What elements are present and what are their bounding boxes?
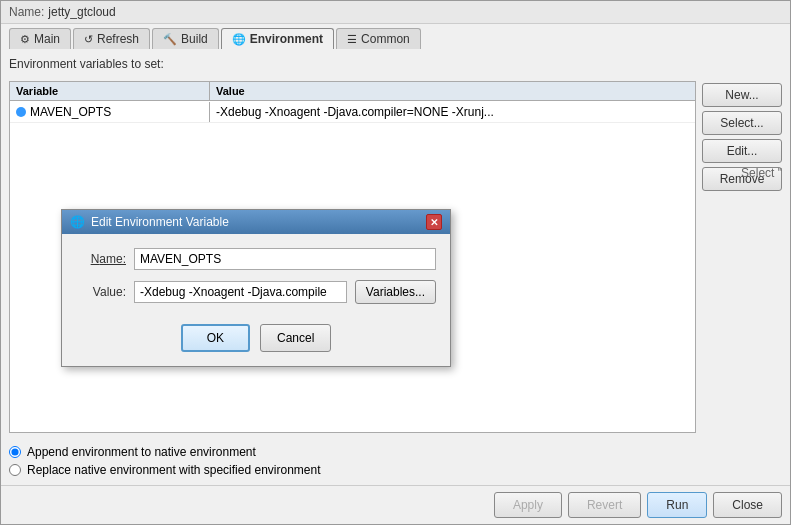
tab-environment-label: Environment	[250, 32, 323, 46]
tab-common-label: Common	[361, 32, 410, 46]
modal-footer: OK Cancel	[62, 318, 450, 366]
row-variable-name: MAVEN_OPTS	[30, 105, 111, 119]
modal-value-row: Value: Variables...	[76, 280, 436, 304]
modal-title-left: 🌐 Edit Environment Variable	[70, 215, 229, 229]
radio-append[interactable]: Append environment to native environment	[9, 445, 696, 459]
env-table-header: Variable Value	[10, 82, 695, 101]
bottom-bar: Apply Revert Run Close	[1, 485, 790, 524]
modal-cancel-button[interactable]: Cancel	[260, 324, 331, 352]
modal-body: Name: Value: Variables...	[62, 234, 450, 318]
radio-replace-label: Replace native environment with specifie…	[27, 463, 321, 477]
modal-ok-button[interactable]: OK	[181, 324, 250, 352]
edit-button[interactable]: Edit...	[702, 139, 782, 163]
new-button[interactable]: New...	[702, 83, 782, 107]
tab-environment[interactable]: 🌐 Environment	[221, 28, 334, 49]
radio-replace-input[interactable]	[9, 464, 21, 476]
variables-button[interactable]: Variables...	[355, 280, 436, 304]
edit-env-modal: 🌐 Edit Environment Variable ✕ Name: Valu…	[61, 209, 451, 367]
modal-close-button[interactable]: ✕	[426, 214, 442, 230]
refresh-tab-icon: ↺	[84, 33, 93, 46]
title-bar: Name: jetty_gtcloud	[1, 1, 790, 24]
col-variable-header: Variable	[10, 82, 210, 100]
modal-name-label: Name:	[76, 252, 126, 266]
apply-button[interactable]: Apply	[494, 492, 562, 518]
tab-refresh-label: Refresh	[97, 32, 139, 46]
main-window: Name: jetty_gtcloud ⚙ Main ↺ Refresh 🔨 B…	[0, 0, 791, 525]
environment-tab-icon: 🌐	[232, 33, 246, 46]
row-variable-cell: MAVEN_OPTS	[10, 102, 210, 122]
select-hint: Select "	[741, 166, 782, 180]
col-value-header: Value	[210, 82, 695, 100]
modal-value-label: Value:	[76, 285, 126, 299]
close-button[interactable]: Close	[713, 492, 782, 518]
row-indicator-icon	[16, 107, 26, 117]
tab-main[interactable]: ⚙ Main	[9, 28, 71, 49]
tab-build-label: Build	[181, 32, 208, 46]
tab-refresh[interactable]: ↺ Refresh	[73, 28, 150, 49]
radio-append-input[interactable]	[9, 446, 21, 458]
tab-build[interactable]: 🔨 Build	[152, 28, 219, 49]
modal-icon: 🌐	[70, 215, 85, 229]
modal-title-text: Edit Environment Variable	[91, 215, 229, 229]
table-row[interactable]: MAVEN_OPTS -Xdebug -Xnoagent -Djava.comp…	[10, 101, 695, 123]
run-button[interactable]: Run	[647, 492, 707, 518]
radio-append-label: Append environment to native environment	[27, 445, 256, 459]
tab-bar: ⚙ Main ↺ Refresh 🔨 Build 🌐 Environment ☰…	[1, 24, 790, 49]
revert-button[interactable]: Revert	[568, 492, 641, 518]
section-label: Environment variables to set:	[9, 57, 696, 71]
right-buttons: New... Select... Edit... Remove	[702, 57, 782, 477]
common-tab-icon: ☰	[347, 33, 357, 46]
main-tab-icon: ⚙	[20, 33, 30, 46]
modal-name-row: Name:	[76, 248, 436, 270]
row-value-cell: -Xdebug -Xnoagent -Djava.compiler=NONE -…	[210, 102, 695, 122]
modal-value-input[interactable]	[134, 281, 347, 303]
title-name-label: Name:	[9, 5, 44, 19]
select-button[interactable]: Select...	[702, 111, 782, 135]
title-name-value: jetty_gtcloud	[48, 5, 115, 19]
modal-title-bar: 🌐 Edit Environment Variable ✕	[62, 210, 450, 234]
tab-common[interactable]: ☰ Common	[336, 28, 421, 49]
radio-area: Append environment to native environment…	[9, 445, 696, 477]
radio-replace[interactable]: Replace native environment with specifie…	[9, 463, 696, 477]
build-tab-icon: 🔨	[163, 33, 177, 46]
main-content-wrapper: Environment variables to set: Variable V…	[1, 49, 790, 524]
tab-main-label: Main	[34, 32, 60, 46]
modal-name-input[interactable]	[134, 248, 436, 270]
